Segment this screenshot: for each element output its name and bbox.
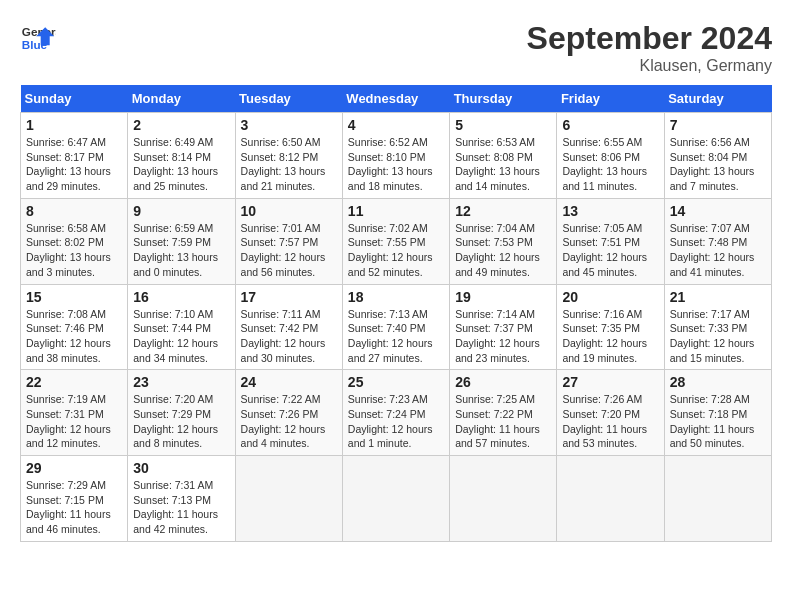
day-cell: 8 Sunrise: 6:58 AM Sunset: 8:02 PM Dayli… [21,198,128,284]
day-cell: 12 Sunrise: 7:04 AM Sunset: 7:53 PM Dayl… [450,198,557,284]
day-info: Sunrise: 6:49 AM Sunset: 8:14 PM Dayligh… [133,135,229,194]
day-number: 15 [26,289,122,305]
day-cell: 1 Sunrise: 6:47 AM Sunset: 8:17 PM Dayli… [21,113,128,199]
calendar-week-row: 22 Sunrise: 7:19 AM Sunset: 7:31 PM Dayl… [21,370,772,456]
day-info: Sunrise: 6:56 AM Sunset: 8:04 PM Dayligh… [670,135,766,194]
day-cell: 4 Sunrise: 6:52 AM Sunset: 8:10 PM Dayli… [342,113,449,199]
calendar-week-row: 8 Sunrise: 6:58 AM Sunset: 8:02 PM Dayli… [21,198,772,284]
day-number: 26 [455,374,551,390]
weekday-header-saturday: Saturday [664,85,771,113]
day-info: Sunrise: 7:07 AM Sunset: 7:48 PM Dayligh… [670,221,766,280]
title-area: September 2024 Klausen, Germany [527,20,772,75]
day-cell: 16 Sunrise: 7:10 AM Sunset: 7:44 PM Dayl… [128,284,235,370]
day-info: Sunrise: 7:28 AM Sunset: 7:18 PM Dayligh… [670,392,766,451]
day-info: Sunrise: 7:29 AM Sunset: 7:15 PM Dayligh… [26,478,122,537]
weekday-header-monday: Monday [128,85,235,113]
weekday-header-sunday: Sunday [21,85,128,113]
day-number: 13 [562,203,658,219]
day-number: 10 [241,203,337,219]
empty-cell [342,456,449,542]
day-cell: 14 Sunrise: 7:07 AM Sunset: 7:48 PM Dayl… [664,198,771,284]
day-number: 29 [26,460,122,476]
day-cell: 27 Sunrise: 7:26 AM Sunset: 7:20 PM Dayl… [557,370,664,456]
day-info: Sunrise: 7:10 AM Sunset: 7:44 PM Dayligh… [133,307,229,366]
day-number: 6 [562,117,658,133]
day-cell: 29 Sunrise: 7:29 AM Sunset: 7:15 PM Dayl… [21,456,128,542]
day-info: Sunrise: 6:53 AM Sunset: 8:08 PM Dayligh… [455,135,551,194]
day-info: Sunrise: 7:31 AM Sunset: 7:13 PM Dayligh… [133,478,229,537]
day-cell: 11 Sunrise: 7:02 AM Sunset: 7:55 PM Dayl… [342,198,449,284]
day-info: Sunrise: 6:50 AM Sunset: 8:12 PM Dayligh… [241,135,337,194]
logo: General Blue [20,20,56,56]
calendar-week-row: 15 Sunrise: 7:08 AM Sunset: 7:46 PM Dayl… [21,284,772,370]
day-info: Sunrise: 7:14 AM Sunset: 7:37 PM Dayligh… [455,307,551,366]
page-header: General Blue September 2024 Klausen, Ger… [20,20,772,75]
day-number: 25 [348,374,444,390]
day-number: 27 [562,374,658,390]
day-cell: 2 Sunrise: 6:49 AM Sunset: 8:14 PM Dayli… [128,113,235,199]
day-number: 22 [26,374,122,390]
day-number: 19 [455,289,551,305]
day-cell: 15 Sunrise: 7:08 AM Sunset: 7:46 PM Dayl… [21,284,128,370]
day-cell: 13 Sunrise: 7:05 AM Sunset: 7:51 PM Dayl… [557,198,664,284]
day-number: 1 [26,117,122,133]
day-number: 8 [26,203,122,219]
day-cell: 25 Sunrise: 7:23 AM Sunset: 7:24 PM Dayl… [342,370,449,456]
day-number: 21 [670,289,766,305]
day-info: Sunrise: 7:23 AM Sunset: 7:24 PM Dayligh… [348,392,444,451]
day-info: Sunrise: 7:25 AM Sunset: 7:22 PM Dayligh… [455,392,551,451]
day-info: Sunrise: 6:47 AM Sunset: 8:17 PM Dayligh… [26,135,122,194]
logo-icon: General Blue [20,20,56,56]
weekday-header-tuesday: Tuesday [235,85,342,113]
day-number: 12 [455,203,551,219]
weekday-header-row: SundayMondayTuesdayWednesdayThursdayFrid… [21,85,772,113]
day-info: Sunrise: 7:11 AM Sunset: 7:42 PM Dayligh… [241,307,337,366]
day-cell: 22 Sunrise: 7:19 AM Sunset: 7:31 PM Dayl… [21,370,128,456]
day-number: 7 [670,117,766,133]
day-cell: 23 Sunrise: 7:20 AM Sunset: 7:29 PM Dayl… [128,370,235,456]
day-cell: 21 Sunrise: 7:17 AM Sunset: 7:33 PM Dayl… [664,284,771,370]
day-info: Sunrise: 7:20 AM Sunset: 7:29 PM Dayligh… [133,392,229,451]
month-title: September 2024 [527,20,772,57]
day-info: Sunrise: 6:52 AM Sunset: 8:10 PM Dayligh… [348,135,444,194]
day-info: Sunrise: 6:59 AM Sunset: 7:59 PM Dayligh… [133,221,229,280]
day-info: Sunrise: 7:22 AM Sunset: 7:26 PM Dayligh… [241,392,337,451]
day-cell: 30 Sunrise: 7:31 AM Sunset: 7:13 PM Dayl… [128,456,235,542]
day-cell: 20 Sunrise: 7:16 AM Sunset: 7:35 PM Dayl… [557,284,664,370]
day-number: 17 [241,289,337,305]
calendar-week-row: 29 Sunrise: 7:29 AM Sunset: 7:15 PM Dayl… [21,456,772,542]
day-cell: 19 Sunrise: 7:14 AM Sunset: 7:37 PM Dayl… [450,284,557,370]
day-info: Sunrise: 6:58 AM Sunset: 8:02 PM Dayligh… [26,221,122,280]
day-number: 2 [133,117,229,133]
weekday-header-thursday: Thursday [450,85,557,113]
day-number: 14 [670,203,766,219]
weekday-header-wednesday: Wednesday [342,85,449,113]
day-info: Sunrise: 7:04 AM Sunset: 7:53 PM Dayligh… [455,221,551,280]
location-title: Klausen, Germany [527,57,772,75]
day-number: 5 [455,117,551,133]
day-info: Sunrise: 7:01 AM Sunset: 7:57 PM Dayligh… [241,221,337,280]
day-cell: 5 Sunrise: 6:53 AM Sunset: 8:08 PM Dayli… [450,113,557,199]
day-cell: 26 Sunrise: 7:25 AM Sunset: 7:22 PM Dayl… [450,370,557,456]
day-info: Sunrise: 7:17 AM Sunset: 7:33 PM Dayligh… [670,307,766,366]
day-info: Sunrise: 6:55 AM Sunset: 8:06 PM Dayligh… [562,135,658,194]
calendar-table: SundayMondayTuesdayWednesdayThursdayFrid… [20,85,772,542]
calendar-week-row: 1 Sunrise: 6:47 AM Sunset: 8:17 PM Dayli… [21,113,772,199]
day-info: Sunrise: 7:19 AM Sunset: 7:31 PM Dayligh… [26,392,122,451]
day-cell: 10 Sunrise: 7:01 AM Sunset: 7:57 PM Dayl… [235,198,342,284]
day-cell: 24 Sunrise: 7:22 AM Sunset: 7:26 PM Dayl… [235,370,342,456]
day-info: Sunrise: 7:02 AM Sunset: 7:55 PM Dayligh… [348,221,444,280]
day-info: Sunrise: 7:26 AM Sunset: 7:20 PM Dayligh… [562,392,658,451]
day-cell: 7 Sunrise: 6:56 AM Sunset: 8:04 PM Dayli… [664,113,771,199]
empty-cell [664,456,771,542]
day-number: 30 [133,460,229,476]
day-cell: 18 Sunrise: 7:13 AM Sunset: 7:40 PM Dayl… [342,284,449,370]
day-cell: 28 Sunrise: 7:28 AM Sunset: 7:18 PM Dayl… [664,370,771,456]
day-number: 20 [562,289,658,305]
day-info: Sunrise: 7:13 AM Sunset: 7:40 PM Dayligh… [348,307,444,366]
weekday-header-friday: Friday [557,85,664,113]
day-cell: 6 Sunrise: 6:55 AM Sunset: 8:06 PM Dayli… [557,113,664,199]
day-number: 23 [133,374,229,390]
day-number: 3 [241,117,337,133]
day-number: 24 [241,374,337,390]
